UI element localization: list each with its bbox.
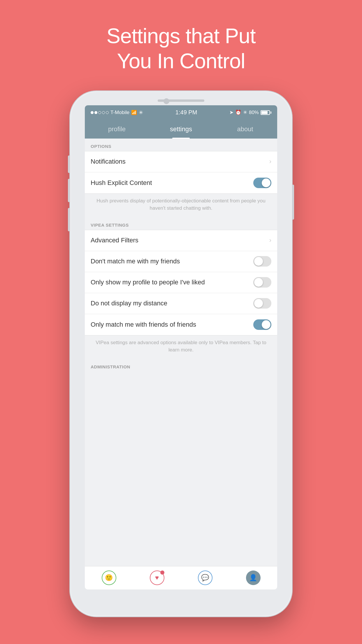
vipea-group: Advanced Filters › Don't match me with m…	[85, 230, 277, 335]
phone-frame: T-Mobile 📶 ✳ 1:49 PM ➤ ⏰ ✳ 80%	[70, 91, 292, 616]
bottom-nav-chat[interactable]: 💬	[197, 570, 213, 586]
phone-button-vol-up	[68, 179, 70, 202]
only-match-friends-of-friends-label: Only match me with friends of friends	[91, 321, 196, 328]
options-section-header: OPTIONS	[85, 139, 277, 151]
dont-match-friends-row[interactable]: Don't match me with my friends	[85, 251, 277, 272]
advanced-filters-row[interactable]: Advanced Filters ›	[85, 230, 277, 251]
phone-button-mute	[68, 155, 70, 173]
only-show-profile-toggle[interactable]	[253, 277, 271, 288]
only-match-friends-of-friends-row[interactable]: Only match me with friends of friends	[85, 314, 277, 335]
status-bar: T-Mobile 📶 ✳ 1:49 PM ➤ ⏰ ✳ 80%	[85, 105, 277, 120]
notifications-row[interactable]: Notifications ›	[85, 151, 277, 172]
only-show-profile-row[interactable]: Only show my profile to people I've like…	[85, 272, 277, 293]
battery-percent: 80%	[249, 110, 259, 116]
options-group: Notifications › Hush Explicit Content	[85, 151, 277, 194]
signal-dots	[91, 111, 109, 114]
only-show-profile-knob	[254, 278, 263, 287]
administration-section-header: ADMINISTRATION	[85, 359, 277, 372]
bottom-nav-smiley[interactable]: 🙂	[101, 570, 117, 586]
advanced-filters-chevron: ›	[269, 237, 271, 244]
brightness-icon: ✳	[139, 109, 143, 116]
signal-dot-3	[98, 111, 101, 114]
do-not-display-distance-label: Do not display my distance	[91, 300, 167, 307]
bottom-nav-user[interactable]: 👤	[245, 570, 261, 586]
phone-screen: T-Mobile 📶 ✳ 1:49 PM ➤ ⏰ ✳ 80%	[85, 105, 277, 589]
status-right: ➤ ⏰ ✳ 80%	[229, 109, 271, 116]
wifi-icon: 📶	[131, 110, 137, 115]
alarm-icon: ⏰	[235, 109, 241, 116]
do-not-display-distance-toggle[interactable]	[253, 298, 271, 309]
battery-icon	[261, 110, 271, 115]
dont-match-friends-toggle[interactable]	[253, 256, 271, 267]
phone-camera	[164, 98, 169, 104]
status-left: T-Mobile 📶 ✳	[91, 109, 143, 116]
battery-body	[261, 110, 270, 115]
user-icon: 👤	[246, 570, 261, 585]
bottom-nav: 🙂 ♥ 💬 👤	[85, 566, 277, 589]
tab-settings[interactable]: settings	[149, 120, 213, 139]
status-time: 1:49 PM	[175, 109, 197, 116]
vipea-helper-text: VIPea settings are advanced options avai…	[85, 335, 277, 359]
smiley-icon: 🙂	[102, 570, 116, 585]
signal-dot-4	[102, 111, 105, 114]
phone-button-power	[292, 185, 294, 220]
only-match-friends-of-friends-knob	[262, 320, 270, 329]
battery-tip	[270, 111, 271, 114]
heart-notification-dot	[160, 570, 164, 575]
page-title: Settings that Put You In Control	[106, 23, 255, 74]
nav-tabs: profile settings about	[85, 120, 277, 139]
phone-button-vol-down	[68, 208, 70, 231]
location-icon: ➤	[229, 109, 233, 116]
hush-row[interactable]: Hush Explicit Content	[85, 172, 277, 193]
only-show-profile-label: Only show my profile to people I've like…	[91, 279, 205, 286]
do-not-display-distance-knob	[254, 299, 263, 308]
chat-icon: 💬	[198, 570, 212, 585]
advanced-filters-label: Advanced Filters	[91, 237, 138, 244]
notifications-chevron: ›	[269, 158, 271, 165]
only-match-friends-of-friends-toggle[interactable]	[253, 319, 271, 330]
signal-dot-2	[94, 111, 97, 114]
tab-profile[interactable]: profile	[85, 120, 149, 139]
hush-toggle[interactable]	[253, 178, 271, 188]
bluetooth-icon: ✳	[243, 109, 247, 116]
vipea-section-header: VIPea SETTINGS	[85, 217, 277, 230]
hush-toggle-knob	[262, 178, 270, 187]
tab-about[interactable]: about	[213, 120, 277, 139]
do-not-display-distance-row[interactable]: Do not display my distance	[85, 293, 277, 314]
signal-dot-5	[106, 111, 109, 114]
notifications-label: Notifications	[91, 158, 126, 165]
hush-helper-text: Hush prevents display of potentionally-o…	[85, 194, 277, 217]
bottom-nav-heart[interactable]: ♥	[149, 570, 165, 586]
screen-content: OPTIONS Notifications › Hush Explicit Co…	[85, 139, 277, 566]
hush-label: Hush Explicit Content	[91, 179, 152, 187]
dont-match-friends-label: Don't match me with my friends	[91, 258, 180, 265]
carrier-label: T-Mobile	[110, 110, 129, 116]
dont-match-friends-knob	[254, 257, 263, 266]
signal-dot-1	[91, 111, 94, 114]
battery-fill	[261, 111, 268, 114]
